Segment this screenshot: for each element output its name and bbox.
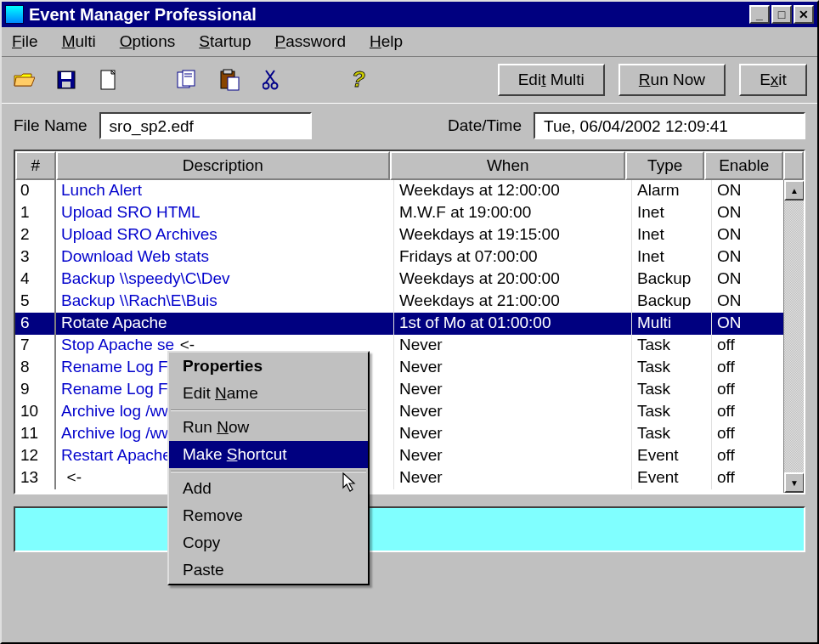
cell-num: 1 bbox=[15, 202, 56, 224]
main-window: Event Manager Professional _ □ ✕ File Mu… bbox=[0, 0, 819, 644]
menu-password[interactable]: Password bbox=[275, 32, 346, 51]
context-menu: Properties Edit Name Run Now Make Shortc… bbox=[167, 351, 370, 585]
menu-multi[interactable]: Multi bbox=[62, 32, 96, 51]
run-now-button[interactable]: Run Now bbox=[618, 64, 726, 96]
cell-when: Never bbox=[394, 379, 632, 401]
svg-rect-2 bbox=[62, 82, 71, 88]
col-header-enable[interactable]: Enable bbox=[704, 151, 783, 180]
cell-num: 0 bbox=[15, 180, 56, 202]
cell-type: Task bbox=[632, 335, 712, 357]
cell-num: 5 bbox=[15, 291, 56, 313]
toolbar: ? Edit Multi Run Now Exit bbox=[2, 56, 817, 104]
cell-num: 7 bbox=[15, 335, 56, 357]
date-time-label: Date/Time bbox=[448, 116, 522, 135]
exit-button[interactable]: Exit bbox=[739, 64, 807, 96]
table-row[interactable]: 6Rotate Apache1st of Mo at 01:00:00Multi… bbox=[15, 313, 804, 335]
cm-run-now[interactable]: Run Now bbox=[169, 414, 368, 441]
paste-icon[interactable] bbox=[217, 69, 241, 91]
field-row: File Name sro_sp2.edf Date/Time Tue, 06/… bbox=[2, 104, 817, 150]
cell-num: 9 bbox=[15, 379, 56, 401]
menu-file[interactable]: File bbox=[12, 32, 38, 51]
cell-when: M.W.F at 19:00:00 bbox=[394, 202, 632, 224]
grid-header: # Description When Type Enable bbox=[15, 151, 804, 180]
table-row[interactable]: 8Rename Log File<-NeverTaskoff bbox=[15, 357, 804, 379]
cm-copy[interactable]: Copy bbox=[169, 529, 368, 556]
svg-rect-1 bbox=[61, 72, 71, 79]
table-row[interactable]: 11Archive log /ww<-NeverTaskoff bbox=[15, 423, 804, 445]
table-row[interactable]: 10Archive log /ww<-NeverTaskoff bbox=[15, 401, 804, 423]
col-header-scroll bbox=[783, 151, 804, 180]
cell-description: Lunch Alert bbox=[56, 180, 394, 202]
cell-type: Backup bbox=[632, 268, 712, 291]
cell-enable: ON bbox=[712, 202, 792, 224]
scroll-up-button[interactable]: ▲ bbox=[784, 180, 804, 201]
cell-when: Never bbox=[394, 335, 632, 357]
new-icon[interactable] bbox=[97, 69, 121, 91]
cm-add[interactable]: Add bbox=[169, 475, 368, 502]
cell-description: Backup \\Rach\E\Buis bbox=[56, 291, 394, 313]
cell-enable: ON bbox=[712, 268, 792, 291]
cm-separator bbox=[171, 410, 366, 411]
cell-type: Inet bbox=[632, 246, 712, 268]
cell-type: Backup bbox=[632, 291, 712, 313]
table-row[interactable]: 1Upload SRO HTMLM.W.F at 19:00:00InetON bbox=[15, 202, 804, 224]
cm-edit-name[interactable]: Edit Name bbox=[169, 380, 368, 407]
table-row[interactable]: 3Download Web statsFridays at 07:00:00In… bbox=[15, 246, 804, 268]
cell-type: Inet bbox=[632, 224, 712, 246]
cell-num: 8 bbox=[15, 357, 56, 379]
cell-enable: ON bbox=[712, 313, 792, 335]
cut-icon[interactable] bbox=[260, 69, 284, 91]
cell-num: 3 bbox=[15, 246, 56, 268]
cell-enable: off bbox=[712, 357, 792, 379]
table-row[interactable]: 9Rename Log File<-NeverTaskoff bbox=[15, 379, 804, 401]
cell-when: Weekdays at 19:15:00 bbox=[394, 224, 632, 246]
close-button[interactable]: ✕ bbox=[794, 5, 814, 24]
cell-type: Event bbox=[632, 467, 712, 489]
cm-remove[interactable]: Remove bbox=[169, 502, 368, 529]
cell-when: Weekdays at 21:00:00 bbox=[394, 291, 632, 313]
cm-make-shortcut[interactable]: Make Shortcut bbox=[169, 441, 368, 468]
cell-enable: off bbox=[712, 379, 792, 401]
scroll-down-button[interactable]: ▼ bbox=[784, 472, 804, 493]
file-name-input[interactable]: sro_sp2.edf bbox=[99, 112, 312, 139]
help-icon[interactable]: ? bbox=[347, 69, 370, 91]
svg-point-12 bbox=[272, 83, 278, 89]
open-icon[interactable] bbox=[12, 69, 36, 91]
save-icon[interactable] bbox=[54, 69, 78, 91]
svg-rect-10 bbox=[228, 77, 239, 90]
table-row[interactable]: 12Restart Apache<-NeverEventoff bbox=[15, 445, 804, 467]
table-row[interactable]: 0Lunch AlertWeekdays at 12:00:00AlarmON bbox=[15, 180, 804, 202]
cell-enable: off bbox=[712, 467, 792, 489]
svg-point-11 bbox=[263, 83, 269, 89]
col-header-num[interactable]: # bbox=[15, 151, 56, 180]
scroll-track[interactable] bbox=[784, 201, 804, 472]
edit-multi-button[interactable]: Edit Multi bbox=[498, 64, 605, 96]
copy-icon[interactable] bbox=[175, 69, 199, 91]
cell-num: 12 bbox=[15, 445, 56, 467]
table-row[interactable]: 4Backup \\speedy\C\DevWeekdays at 20:00:… bbox=[15, 268, 804, 291]
cell-num: 10 bbox=[15, 401, 56, 423]
date-time-input[interactable]: Tue, 06/04/2002 12:09:41 bbox=[534, 112, 805, 139]
cell-enable: ON bbox=[712, 246, 792, 268]
table-row[interactable]: 5Backup \\Rach\E\BuisWeekdays at 21:00:0… bbox=[15, 291, 804, 313]
col-header-when[interactable]: When bbox=[390, 151, 625, 180]
file-name-label: File Name bbox=[14, 116, 88, 135]
menu-options[interactable]: Options bbox=[120, 32, 175, 51]
cm-paste[interactable]: Paste bbox=[169, 556, 368, 584]
menu-startup[interactable]: Startup bbox=[199, 32, 251, 51]
window-title: Event Manager Professional bbox=[29, 5, 749, 25]
maximize-button[interactable]: □ bbox=[771, 5, 792, 24]
col-header-type[interactable]: Type bbox=[625, 151, 704, 180]
minimize-button[interactable]: _ bbox=[749, 5, 770, 24]
scrollbar[interactable]: ▲ ▼ bbox=[783, 180, 804, 493]
table-row[interactable]: 13<-NeverEventoff bbox=[15, 467, 804, 489]
menu-help[interactable]: Help bbox=[370, 32, 403, 51]
cell-type: Task bbox=[632, 401, 712, 423]
col-header-description[interactable]: Description bbox=[56, 151, 391, 180]
table-row[interactable]: 7Stop Apache se<-NeverTaskoff bbox=[15, 335, 804, 357]
cell-enable: off bbox=[712, 335, 792, 357]
table-row[interactable]: 2Upload SRO ArchivesWeekdays at 19:15:00… bbox=[15, 224, 804, 246]
cm-properties[interactable]: Properties bbox=[169, 353, 368, 380]
menubar: File Multi Options Startup Password Help bbox=[2, 27, 817, 56]
cell-enable: ON bbox=[712, 224, 792, 246]
